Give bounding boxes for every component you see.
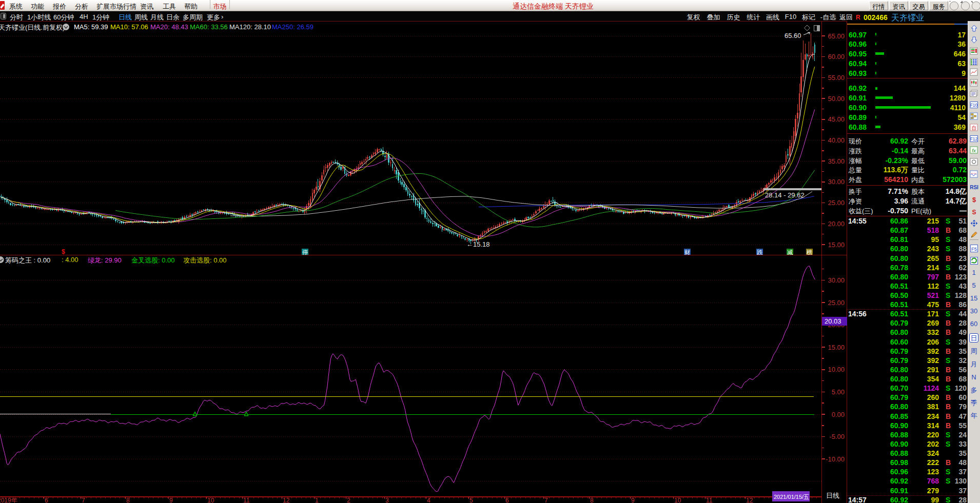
svg-text:40.00: 40.00 <box>828 136 845 144</box>
svg-text:28.14 - 29.62: 28.14 - 29.62 <box>765 191 805 199</box>
svg-text:$: $ <box>972 196 976 204</box>
svg-text:榜: 榜 <box>807 249 812 255</box>
svg-text:25.00: 25.00 <box>828 299 845 307</box>
svg-text:50.00: 50.00 <box>828 95 845 103</box>
svg-text:1: 1 <box>315 497 319 503</box>
svg-text:RSI: RSI <box>970 185 978 190</box>
svg-text:2019年: 2019年 <box>0 497 17 503</box>
svg-text:4: 4 <box>427 497 430 503</box>
svg-text:8: 8 <box>590 497 594 503</box>
svg-text:30.00: 30.00 <box>828 178 845 186</box>
svg-text:7: 7 <box>82 497 85 503</box>
svg-text:7: 7 <box>544 497 548 503</box>
svg-text:5: 5 <box>469 497 473 503</box>
svg-text:2021/01/15/五: 2021/01/15/五 <box>774 494 809 500</box>
svg-text:35.00: 35.00 <box>828 157 845 165</box>
svg-text:20.03: 20.03 <box>825 317 841 325</box>
svg-text:自: 自 <box>972 125 977 131</box>
svg-text:25.00: 25.00 <box>828 199 845 207</box>
svg-text:9: 9 <box>169 497 173 503</box>
svg-text:8: 8 <box>126 497 130 503</box>
svg-text:6: 6 <box>45 497 48 503</box>
svg-text:15.00: 15.00 <box>828 344 845 351</box>
svg-text:10.00: 10.00 <box>828 366 845 373</box>
svg-text:F12: F12 <box>970 136 978 142</box>
svg-text:-10.00: -10.00 <box>826 455 845 463</box>
svg-text:65.00: 65.00 <box>828 32 845 40</box>
svg-text:财: 财 <box>684 249 690 255</box>
svg-text:停: 停 <box>302 249 308 255</box>
svg-text:0.00: 0.00 <box>832 411 845 418</box>
svg-text:$: $ <box>62 248 65 255</box>
svg-text:12: 12 <box>283 497 290 503</box>
svg-text:65.60: 65.60 <box>785 32 801 39</box>
svg-text:55.00: 55.00 <box>828 74 845 82</box>
svg-text:跌: 跌 <box>757 249 763 255</box>
svg-text:←15.18: ←15.18 <box>466 240 490 248</box>
svg-text:20.00: 20.00 <box>828 220 845 228</box>
svg-text:60.00: 60.00 <box>828 53 845 61</box>
svg-text:fx: fx <box>972 148 976 153</box>
svg-text:-5.00: -5.00 <box>829 433 845 440</box>
svg-text:F10: F10 <box>970 103 978 108</box>
svg-text:10: 10 <box>674 497 681 503</box>
svg-text:S: S <box>972 209 976 216</box>
svg-text:F5: F5 <box>971 246 977 252</box>
svg-text:15.00: 15.00 <box>828 241 845 249</box>
svg-text:9: 9 <box>631 497 635 503</box>
svg-text:2: 2 <box>347 497 350 503</box>
svg-text:12: 12 <box>746 497 753 503</box>
svg-text:日线: 日线 <box>826 492 839 499</box>
svg-text:减: 减 <box>787 249 793 255</box>
svg-text:5.00: 5.00 <box>832 388 845 396</box>
svg-text:45.00: 45.00 <box>828 115 845 123</box>
svg-text:30.00: 30.00 <box>828 276 845 284</box>
